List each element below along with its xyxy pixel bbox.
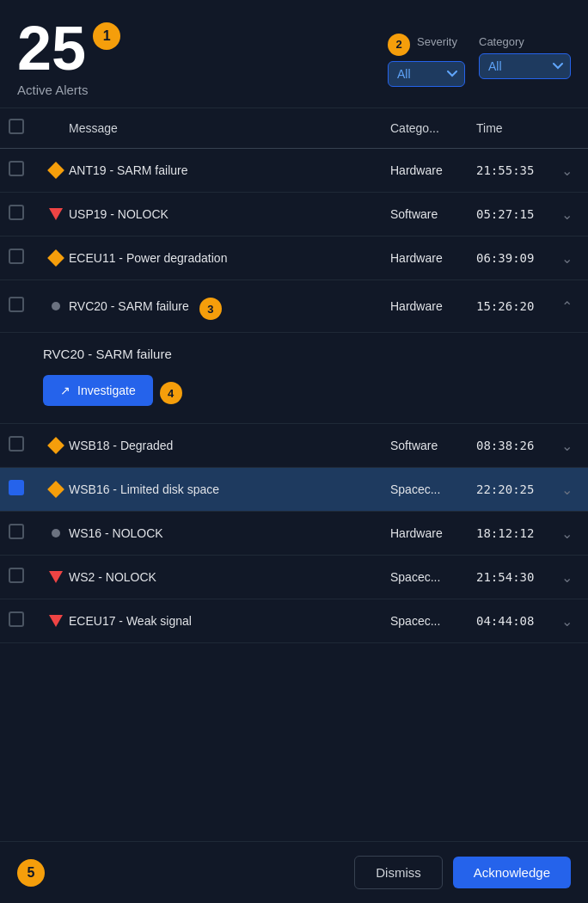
row1-checkbox[interactable] bbox=[9, 161, 24, 176]
row5-checkbox[interactable] bbox=[9, 436, 24, 452]
table-row[interactable]: ANT19 - SARM failure Hardware 21:55:35 ⌄ bbox=[0, 149, 588, 193]
row8-category: Spacec... bbox=[390, 570, 476, 584]
expanded-title: RVC20 - SARM failure bbox=[43, 347, 571, 361]
col-message-header: Message bbox=[69, 121, 390, 135]
severity-select[interactable]: All High Medium Low bbox=[388, 61, 465, 87]
row4-checkbox-cell[interactable] bbox=[9, 297, 43, 316]
row5-time: 08:38:26 bbox=[476, 439, 554, 452]
table-row[interactable]: WS16 - NOLOCK Hardware 18:12:12 ⌄ bbox=[0, 512, 588, 556]
row8-checkbox-cell[interactable] bbox=[9, 568, 43, 587]
row3-severity-icon bbox=[43, 252, 69, 264]
triangle-down-icon bbox=[49, 615, 63, 627]
count-badge-row: 25 1 bbox=[17, 17, 120, 79]
row8-message: WS2 - NOLOCK bbox=[69, 570, 390, 584]
severity-select-wrapper: All High Medium Low bbox=[388, 61, 465, 87]
row9-message: ECEU17 - Weak signal bbox=[69, 614, 390, 628]
table-row[interactable]: WS2 - NOLOCK Spacec... 21:54:30 ⌄ bbox=[0, 556, 588, 599]
table-row[interactable]: WSB16 - Limited disk space Spacec... 22:… bbox=[0, 468, 588, 512]
row6-expand-icon[interactable]: ⌄ bbox=[554, 482, 579, 498]
table-row[interactable]: WSB18 - Degraded Software 08:38:26 ⌄ bbox=[0, 424, 588, 468]
acknowledge-button[interactable]: Acknowledge bbox=[453, 857, 571, 888]
row4-collapse-icon[interactable]: ⌃ bbox=[554, 298, 579, 315]
row1-expand-icon[interactable]: ⌄ bbox=[554, 163, 579, 179]
row9-expand-icon[interactable]: ⌄ bbox=[554, 613, 579, 630]
row8-time: 21:54:30 bbox=[476, 570, 554, 584]
row7-time: 18:12:12 bbox=[476, 526, 554, 540]
dismiss-button[interactable]: Dismiss bbox=[354, 856, 443, 889]
header-left: 25 1 Active Alerts bbox=[17, 17, 120, 97]
row6-checkbox[interactable] bbox=[9, 480, 24, 495]
row7-checkbox-cell[interactable] bbox=[9, 524, 43, 543]
row2-checkbox-cell[interactable] bbox=[9, 205, 43, 224]
row8-checkbox[interactable] bbox=[9, 568, 24, 583]
diamond-icon bbox=[47, 249, 64, 267]
step-badge-4: 4 bbox=[160, 382, 182, 404]
row3-message: ECEU11 - Power degradation bbox=[69, 251, 390, 265]
row9-checkbox[interactable] bbox=[9, 611, 24, 627]
header: 25 1 Active Alerts 2 Severity All High M… bbox=[0, 0, 588, 108]
diamond-icon bbox=[47, 162, 64, 179]
table-row[interactable]: USP19 - NOLOCK Software 05:27:15 ⌄ bbox=[0, 193, 588, 236]
step-badge-5: 5 bbox=[17, 859, 45, 887]
table-header: Message Catego... Time bbox=[0, 108, 588, 149]
row9-checkbox-cell[interactable] bbox=[9, 611, 43, 630]
row7-category: Hardware bbox=[390, 526, 476, 540]
col-checkbox-header bbox=[9, 119, 43, 138]
row4-message: RVC20 - SARM failure bbox=[69, 299, 189, 313]
row2-message: USP19 - NOLOCK bbox=[69, 207, 390, 221]
category-filter-group: Category All Hardware Software Spacecraf… bbox=[479, 35, 571, 79]
row5-expand-icon[interactable]: ⌄ bbox=[554, 438, 579, 454]
row4-checkbox[interactable] bbox=[9, 297, 24, 312]
row5-severity-icon bbox=[43, 439, 69, 452]
expanded-row-rvc20: RVC20 - SARM failure ↗ Investigate 4 bbox=[0, 333, 588, 424]
row7-checkbox[interactable] bbox=[9, 524, 24, 539]
table-row[interactable]: RVC20 - SARM failure 3 Hardware 15:26:20… bbox=[0, 280, 588, 333]
category-label: Category bbox=[479, 35, 571, 48]
severity-label: Severity bbox=[417, 35, 457, 48]
circle-icon bbox=[52, 529, 60, 538]
select-all-checkbox[interactable] bbox=[9, 119, 24, 134]
row3-category: Hardware bbox=[390, 251, 476, 265]
table-row[interactable]: ECEU17 - Weak signal Spacec... 04:44:08 … bbox=[0, 599, 588, 643]
row2-category: Software bbox=[390, 207, 476, 221]
row6-category: Spacec... bbox=[390, 482, 476, 496]
row1-category: Hardware bbox=[390, 163, 476, 177]
row1-message: ANT19 - SARM failure bbox=[69, 163, 390, 177]
row3-checkbox[interactable] bbox=[9, 249, 24, 264]
table-row[interactable]: ECEU11 - Power degradation Hardware 06:3… bbox=[0, 236, 588, 280]
app-container: 25 1 Active Alerts 2 Severity All High M… bbox=[0, 0, 588, 903]
investigate-label: Investigate bbox=[77, 384, 136, 397]
triangle-down-icon bbox=[49, 208, 63, 220]
row9-category: Spacec... bbox=[390, 614, 476, 628]
row2-time: 05:27:15 bbox=[476, 207, 554, 221]
row5-checkbox-cell[interactable] bbox=[9, 436, 43, 455]
diamond-icon bbox=[47, 481, 64, 498]
row5-message: WSB18 - Degraded bbox=[69, 439, 390, 452]
triangle-down-icon bbox=[49, 571, 63, 583]
severity-filter-group: 2 Severity All High Medium Low bbox=[388, 28, 465, 87]
step-badge-3: 3 bbox=[199, 298, 222, 320]
diamond-icon bbox=[47, 437, 64, 454]
category-select-wrapper: All Hardware Software Spacecraft bbox=[479, 53, 571, 79]
row4-severity-icon bbox=[43, 302, 69, 310]
row6-checkbox-cell[interactable] bbox=[9, 480, 43, 499]
row1-checkbox-cell[interactable] bbox=[9, 161, 43, 180]
circle-icon bbox=[52, 302, 60, 310]
step-badge-2: 2 bbox=[388, 34, 410, 56]
row9-time: 04:44:08 bbox=[476, 614, 554, 628]
row3-expand-icon[interactable]: ⌄ bbox=[554, 250, 579, 267]
alert-count: 25 bbox=[17, 17, 86, 79]
step-badge-1: 1 bbox=[93, 22, 120, 50]
row8-expand-icon[interactable]: ⌄ bbox=[554, 569, 579, 586]
row4-time: 15:26:20 bbox=[476, 299, 554, 313]
row6-severity-icon bbox=[43, 483, 69, 495]
investigate-button[interactable]: ↗ Investigate bbox=[43, 375, 153, 406]
col-category-header: Catego... bbox=[390, 121, 476, 135]
row5-category: Software bbox=[390, 439, 476, 452]
row1-time: 21:55:35 bbox=[476, 163, 554, 177]
category-select[interactable]: All Hardware Software Spacecraft bbox=[479, 53, 571, 79]
row2-expand-icon[interactable]: ⌄ bbox=[554, 206, 579, 223]
row7-expand-icon[interactable]: ⌄ bbox=[554, 525, 579, 542]
row3-checkbox-cell[interactable] bbox=[9, 249, 43, 267]
row2-checkbox[interactable] bbox=[9, 205, 24, 220]
